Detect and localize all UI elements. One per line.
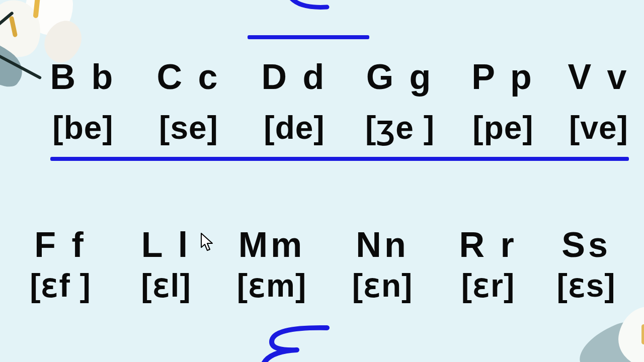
letter-pron: [pe]	[453, 112, 553, 144]
letter-pair: Mm	[216, 227, 327, 262]
letter-pron: [ve]	[553, 112, 644, 144]
letter-pair: F f	[5, 227, 116, 262]
letter-pron: [ɛr]	[438, 269, 538, 302]
pron-row-2: [ɛf ] [ɛl] [ɛm] [ɛn] [ɛr] [ɛs]	[0, 269, 644, 302]
letter-pair: Ss	[538, 227, 634, 262]
ink-underline-top	[248, 35, 369, 39]
letter-pron: [se]	[136, 112, 242, 144]
ink-underline-mid	[50, 157, 629, 161]
letter-pron: [ɛn]	[327, 269, 438, 302]
letter-pron: [ɛf ]	[5, 269, 116, 302]
letter-pron: [de]	[242, 112, 347, 144]
letters-row-2: F f L l Mm Nn R r Ss	[0, 227, 644, 262]
letter-pair: D d	[242, 59, 347, 95]
pron-row-1: [be] [se] [de] [ʒe ] [pe] [ve]	[0, 112, 644, 144]
letter-pron: [ʒe ]	[347, 112, 453, 144]
letter-pair: R r	[438, 227, 538, 262]
letters-row-1: B b C c D d G g P p V v	[0, 59, 644, 95]
letter-pair: C c	[136, 59, 242, 95]
letter-pron: [ɛs]	[538, 269, 634, 302]
letter-pron: [ɛl]	[116, 269, 216, 302]
letter-pair: G g	[347, 59, 453, 95]
letter-pron: [ɛm]	[216, 269, 327, 302]
letter-pair: B b	[30, 59, 136, 95]
letter-pair: L l	[116, 227, 216, 262]
letter-pron: [be]	[30, 112, 136, 144]
letter-pair: V v	[553, 59, 644, 95]
flower-decoration-bottom-right	[558, 297, 644, 362]
letter-pair: Nn	[327, 227, 438, 262]
letter-pair: P p	[453, 59, 553, 95]
